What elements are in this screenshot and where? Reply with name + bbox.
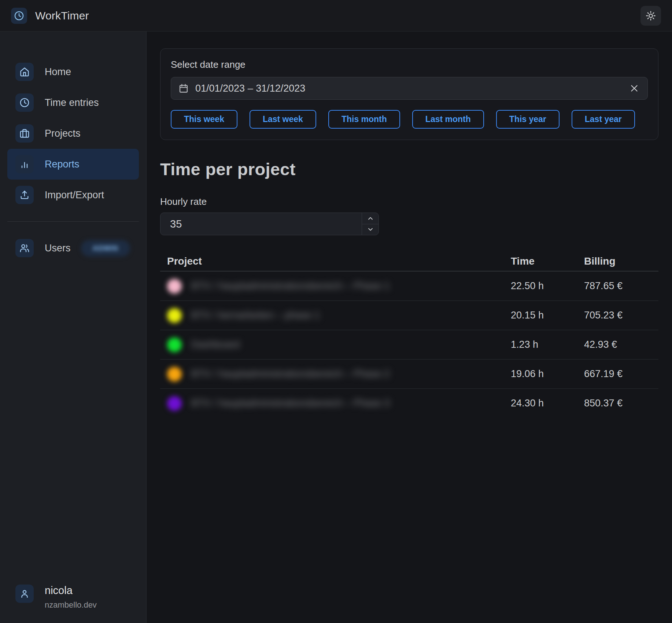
- project-color-dot: [167, 396, 182, 411]
- time-value: 19.06 h: [511, 368, 584, 380]
- close-icon: [629, 84, 639, 93]
- project-color-dot: [167, 367, 182, 381]
- project-name-redacted: BTX / hauptadministrationsbereich – Phas…: [191, 368, 390, 380]
- current-user-domain: nzambello.dev: [45, 600, 97, 610]
- time-per-project-table: Project Time Billing BTX / hauptadminist…: [160, 251, 658, 418]
- hourly-rate-label: Hourly rate: [160, 196, 658, 207]
- sidebar-item-label: Reports: [45, 159, 80, 170]
- chevron-up-icon: [367, 215, 374, 222]
- sidebar-item-home[interactable]: Home: [7, 56, 139, 87]
- this-month-button[interactable]: This month: [328, 110, 400, 129]
- chevron-down-icon: [367, 226, 374, 233]
- sidebar-item-label: Users: [45, 243, 71, 254]
- date-range-label: Select date range: [171, 59, 648, 70]
- billing-value: 850.37 €: [584, 398, 658, 409]
- worktimer-app: WorkTimer: [0, 0, 672, 623]
- sidebar-item-label: Time entries: [45, 97, 99, 108]
- users-icon: [15, 239, 34, 257]
- sidebar-item-label: Import/Export: [45, 189, 104, 201]
- table-row: BTX / hauptadministrationsbereich – Phas…: [160, 359, 658, 388]
- clear-date-range-button[interactable]: [626, 80, 642, 96]
- time-value: 22.50 h: [511, 280, 584, 292]
- table-row: BTX / hauptadministrationsbereich – Phas…: [160, 388, 658, 418]
- this-week-button[interactable]: This week: [171, 110, 237, 129]
- last-year-button[interactable]: Last year: [572, 110, 635, 129]
- main-content: Select date range: [147, 32, 672, 623]
- last-week-button[interactable]: Last week: [250, 110, 316, 129]
- table-row: BTX / hauptadministrationsbereich – Phas…: [160, 271, 658, 301]
- user-icon: [15, 585, 34, 603]
- theme-toggle-button[interactable]: [640, 6, 661, 26]
- project-color-dot: [167, 279, 182, 294]
- billing-value: 787.65 €: [584, 280, 658, 292]
- billing-value: 667.19 €: [584, 368, 658, 380]
- billing-value: 42.93 €: [584, 339, 658, 350]
- table-row: Dashboard 1.23 h 42.93 €: [160, 330, 658, 359]
- clock-icon: [14, 11, 24, 21]
- sidebar-item-label: Home: [45, 66, 71, 78]
- clock-icon: [15, 93, 34, 112]
- date-range-input[interactable]: [195, 83, 626, 94]
- hourly-rate-field: [160, 213, 379, 235]
- billing-value: 705.23 €: [584, 310, 658, 321]
- sidebar-item-time-entries[interactable]: Time entries: [7, 87, 139, 118]
- sidebar-item-reports[interactable]: Reports: [7, 149, 139, 180]
- project-name-redacted: Dashboard: [191, 339, 240, 350]
- sidebar-divider: [7, 221, 139, 222]
- project-color-dot: [167, 308, 182, 323]
- this-year-button[interactable]: This year: [496, 110, 560, 129]
- hourly-rate-input[interactable]: [160, 213, 362, 235]
- briefcase-icon: [15, 124, 34, 143]
- bar-chart-icon: [15, 155, 34, 173]
- project-name-redacted: BTX / kernarbeiten – phase 1: [191, 310, 320, 321]
- sidebar-item-users[interactable]: Users ADMIN: [7, 233, 139, 263]
- quick-filters: This week Last week This month Last mont…: [171, 110, 648, 129]
- sidebar-item-import-export[interactable]: Import/Export: [7, 180, 139, 210]
- time-value: 24.30 h: [511, 398, 584, 409]
- current-user-section: nicola nzambello.dev: [7, 585, 139, 610]
- project-name-redacted: BTX / hauptadministrationsbereich – Phas…: [191, 280, 390, 292]
- current-user-name: nicola: [45, 585, 97, 597]
- upload-icon: [15, 186, 34, 204]
- time-value: 20.15 h: [511, 310, 584, 321]
- calendar-icon: [178, 83, 189, 93]
- column-header-time: Time: [511, 255, 584, 267]
- project-color-dot: [167, 338, 182, 352]
- page-title: Time per project: [160, 159, 658, 179]
- date-range-card: Select date range: [160, 48, 658, 140]
- app-logo: [11, 8, 27, 24]
- time-value: 1.23 h: [511, 339, 584, 350]
- last-month-button[interactable]: Last month: [412, 110, 484, 129]
- table-header: Project Time Billing: [160, 251, 658, 271]
- home-icon: [15, 63, 34, 81]
- project-name-redacted: BTX / hauptadministrationsbereich – Phas…: [191, 398, 390, 409]
- column-header-billing: Billing: [584, 255, 658, 267]
- admin-badge: ADMIN: [81, 240, 130, 257]
- sun-icon: [646, 11, 656, 21]
- stepper-down-button[interactable]: [362, 224, 379, 235]
- sidebar: Home Time entries Projects: [0, 32, 147, 623]
- hourly-rate-stepper: [362, 213, 379, 235]
- sidebar-item-projects[interactable]: Projects: [7, 118, 139, 149]
- table-row: BTX / kernarbeiten – phase 1 20.15 h 705…: [160, 301, 658, 330]
- stepper-up-button[interactable]: [362, 213, 379, 224]
- sidebar-item-label: Projects: [45, 128, 81, 139]
- date-range-input-wrap: [171, 77, 648, 100]
- top-bar: WorkTimer: [0, 0, 672, 32]
- app-title: WorkTimer: [35, 10, 89, 22]
- column-header-project: Project: [160, 255, 511, 267]
